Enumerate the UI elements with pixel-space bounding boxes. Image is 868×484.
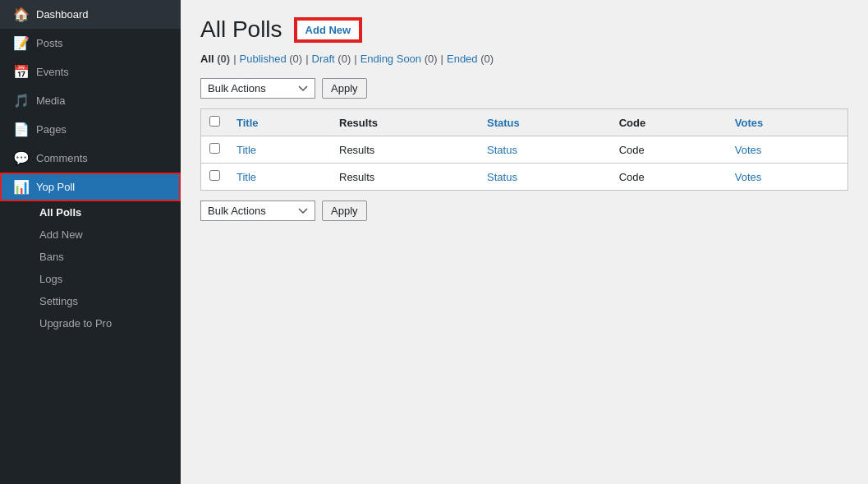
sidebar-item-events[interactable]: 📅 Events xyxy=(0,58,181,86)
bulk-actions-select-bottom[interactable]: Bulk Actions Delete xyxy=(200,201,315,221)
td-title-2[interactable]: Title xyxy=(228,164,331,191)
table-header-row: Title Results Status Code Votes xyxy=(201,109,848,136)
main-content: All Polls Add New All (0) | Published (0… xyxy=(181,0,868,484)
sidebar-item-comments[interactable]: 💬 Comments xyxy=(0,144,181,173)
submenu-item-all-polls[interactable]: All Polls xyxy=(0,201,181,224)
sidebar-item-yop-poll[interactable]: 📊 Yop Poll xyxy=(0,173,181,201)
apply-button-top[interactable]: Apply xyxy=(322,78,367,99)
submenu-item-upgrade-to-pro[interactable]: Upgrade to Pro xyxy=(0,312,181,334)
td-status-2[interactable]: Status xyxy=(479,164,611,191)
select-all-checkbox[interactable] xyxy=(209,116,220,127)
td-results-1: Results xyxy=(331,136,479,164)
sidebar: 🏠 Dashboard 📝 Posts 📅 Events 🎵 Media 📄 P… xyxy=(0,0,181,484)
page-header: All Polls Add New xyxy=(200,16,848,43)
table-row: Title Results Status Code Votes xyxy=(201,164,848,191)
yop-poll-submenu: All Polls Add New Bans Logs Settings Upg… xyxy=(0,201,181,334)
th-checkbox xyxy=(201,109,229,136)
td-results-2: Results xyxy=(331,164,479,191)
filter-published[interactable]: Published (0) xyxy=(240,53,303,65)
td-checkbox-1 xyxy=(201,136,229,164)
posts-icon: 📝 xyxy=(13,35,30,51)
filter-all[interactable]: All (0) xyxy=(200,53,230,65)
th-votes[interactable]: Votes xyxy=(727,109,848,136)
th-status[interactable]: Status xyxy=(479,109,611,136)
polls-table: Title Results Status Code Votes Title Re… xyxy=(200,108,848,191)
td-code-2: Code xyxy=(611,164,727,191)
bulk-actions-select-top[interactable]: Bulk Actions Delete xyxy=(200,78,315,99)
sidebar-item-dashboard[interactable]: 🏠 Dashboard xyxy=(0,0,181,29)
th-code: Code xyxy=(611,109,727,136)
submenu-item-logs[interactable]: Logs xyxy=(0,268,181,290)
th-results: Results xyxy=(331,109,479,136)
row-checkbox-2[interactable] xyxy=(209,170,220,181)
page-title: All Polls xyxy=(200,16,282,43)
events-icon: 📅 xyxy=(13,64,30,80)
filter-links: All (0) | Published (0) | Draft (0) | En… xyxy=(200,53,848,65)
submenu-item-bans[interactable]: Bans xyxy=(0,246,181,268)
dashboard-icon: 🏠 xyxy=(13,7,30,22)
sidebar-item-label: Events xyxy=(36,66,69,78)
sidebar-item-label: Posts xyxy=(36,37,63,49)
sidebar-item-posts[interactable]: 📝 Posts xyxy=(0,29,181,58)
sidebar-item-media[interactable]: 🎵 Media xyxy=(0,86,181,115)
td-status-1[interactable]: Status xyxy=(479,136,611,164)
sidebar-item-label: Dashboard xyxy=(36,8,89,21)
filter-draft[interactable]: Draft (0) xyxy=(312,53,351,65)
submenu-item-settings[interactable]: Settings xyxy=(0,290,181,312)
pages-icon: 📄 xyxy=(13,122,30,137)
filter-sep-2: | xyxy=(305,53,308,65)
td-votes-1[interactable]: Votes xyxy=(727,136,848,164)
filter-sep-4: | xyxy=(441,53,443,65)
sidebar-item-pages[interactable]: 📄 Pages xyxy=(0,115,181,144)
td-code-1: Code xyxy=(611,136,727,164)
submenu-item-add-new[interactable]: Add New xyxy=(0,224,181,246)
yop-poll-icon: 📊 xyxy=(13,179,30,195)
sidebar-item-label: Yop Poll xyxy=(36,181,75,193)
row-checkbox-1[interactable] xyxy=(209,143,220,154)
bulk-bar-top: Bulk Actions Delete Apply xyxy=(200,78,848,99)
td-title-1[interactable]: Title xyxy=(228,136,331,164)
th-title[interactable]: Title xyxy=(228,109,331,136)
table-row: Title Results Status Code Votes xyxy=(201,136,848,164)
sidebar-item-label: Pages xyxy=(36,123,67,136)
filter-ending-soon[interactable]: Ending Soon (0) xyxy=(361,53,438,65)
td-votes-2[interactable]: Votes xyxy=(727,164,848,191)
sidebar-item-label: Comments xyxy=(36,152,88,164)
filter-ended[interactable]: Ended (0) xyxy=(447,53,494,65)
filter-sep-1: | xyxy=(233,53,236,65)
sidebar-item-label: Media xyxy=(36,94,65,107)
media-icon: 🎵 xyxy=(13,93,30,108)
bulk-bar-bottom: Bulk Actions Delete Apply xyxy=(200,201,848,221)
comments-icon: 💬 xyxy=(13,150,30,166)
filter-sep-3: | xyxy=(354,53,356,65)
td-checkbox-2 xyxy=(201,164,229,191)
apply-button-bottom[interactable]: Apply xyxy=(322,201,367,221)
add-new-button[interactable]: Add New xyxy=(296,19,361,41)
